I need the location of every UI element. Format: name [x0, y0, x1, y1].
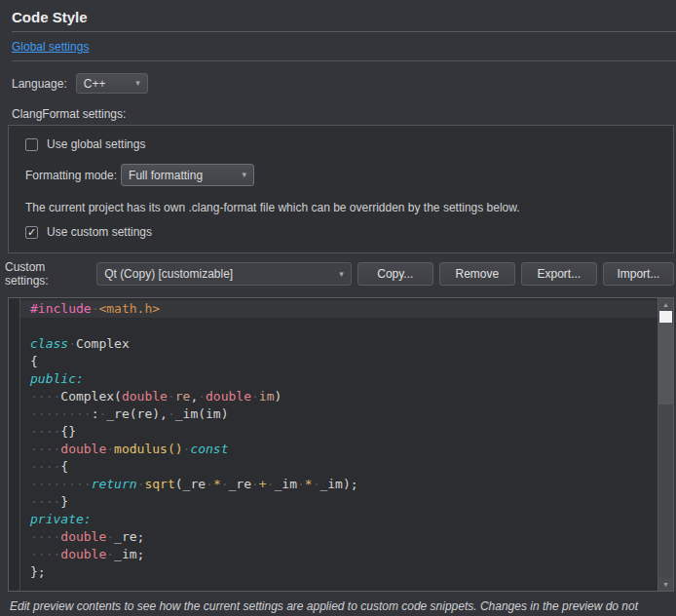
- scroll-down-icon[interactable]: ▼: [658, 578, 673, 591]
- code-line[interactable]: {: [20, 353, 673, 370]
- clangformat-groupbox: Use global settings Formatting mode: Ful…: [8, 125, 674, 253]
- code-line[interactable]: ····double·modulus()·const: [20, 441, 673, 458]
- chevron-down-icon: ▾: [135, 79, 140, 88]
- remove-button[interactable]: Remove: [439, 262, 515, 286]
- page-title: Code Style: [12, 9, 676, 25]
- editor-gutter: [9, 298, 20, 591]
- custom-settings-select[interactable]: Qt (Copy) [customizable] ▾: [96, 262, 352, 286]
- scrollbar-handle[interactable]: [658, 323, 673, 404]
- code-line[interactable]: private:: [20, 511, 673, 528]
- chevron-down-icon: ▾: [243, 171, 247, 179]
- chevron-down-icon: ▾: [339, 270, 344, 279]
- code-line[interactable]: ····Complex(double·re,·double·im): [20, 388, 673, 405]
- checkmark-icon: ✓: [27, 227, 36, 238]
- formatting-mode-value: Full formatting: [129, 169, 203, 182]
- code-line[interactable]: ········:·_re(re),·_im(im): [20, 405, 673, 423]
- scroll-up-icon[interactable]: ▲: [658, 298, 673, 311]
- language-select[interactable]: C++ ▾: [76, 73, 148, 94]
- link-divider: [12, 60, 676, 61]
- formatting-mode-select[interactable]: Full formatting ▾: [121, 164, 254, 186]
- export-button[interactable]: Export...: [521, 262, 597, 286]
- code-line[interactable]: class·Complex: [20, 335, 673, 353]
- title-divider: [12, 31, 676, 32]
- code-line[interactable]: ····double·_re;: [20, 528, 673, 546]
- code-lines[interactable]: #include·<math.h> class·Complex{public:·…: [20, 298, 673, 591]
- clangformat-group-label: ClangFormat settings:: [12, 107, 676, 121]
- code-line[interactable]: #include·<math.h>: [20, 300, 673, 318]
- code-line[interactable]: ········return·sqrt(_re·*·_re·+·_im·*·_i…: [20, 476, 673, 493]
- language-label: Language:: [12, 77, 67, 91]
- use-custom-settings-label: Use custom settings: [47, 225, 152, 239]
- copy-button[interactable]: Copy...: [357, 262, 433, 286]
- code-line[interactable]: [20, 318, 673, 335]
- code-line[interactable]: ····}: [20, 493, 673, 511]
- use-global-settings-checkbox[interactable]: [25, 138, 38, 151]
- editor-scrollbar[interactable]: ▲ ▼: [657, 298, 673, 591]
- code-line[interactable]: ····{: [20, 458, 673, 476]
- clang-format-file-note: The current project has its own .clang-f…: [25, 201, 663, 214]
- language-value: C++: [84, 77, 106, 91]
- code-style-settings-page: Code Style Global settings Language: C++…: [0, 0, 676, 616]
- custom-settings-value: Qt (Copy) [customizable]: [104, 267, 233, 281]
- code-preview-editor[interactable]: #include·<math.h> class·Complex{public:·…: [8, 297, 674, 592]
- code-line[interactable]: public:: [20, 370, 673, 388]
- code-line[interactable]: ····{}: [20, 423, 673, 441]
- preview-hint-text: Edit preview contents to see how the cur…: [10, 599, 662, 616]
- global-settings-link[interactable]: Global settings: [12, 40, 89, 54]
- code-line[interactable]: ····double·_im;: [20, 546, 673, 563]
- custom-settings-label: Custom settings:: [5, 260, 90, 288]
- scrollbar-cursor-marker: [659, 311, 672, 323]
- use-global-settings-label: Use global settings: [47, 137, 145, 151]
- code-line[interactable]: };: [20, 563, 673, 581]
- import-button[interactable]: Import...: [603, 262, 674, 286]
- formatting-mode-label: Formatting mode:: [25, 169, 117, 182]
- use-custom-settings-checkbox[interactable]: ✓: [25, 226, 38, 239]
